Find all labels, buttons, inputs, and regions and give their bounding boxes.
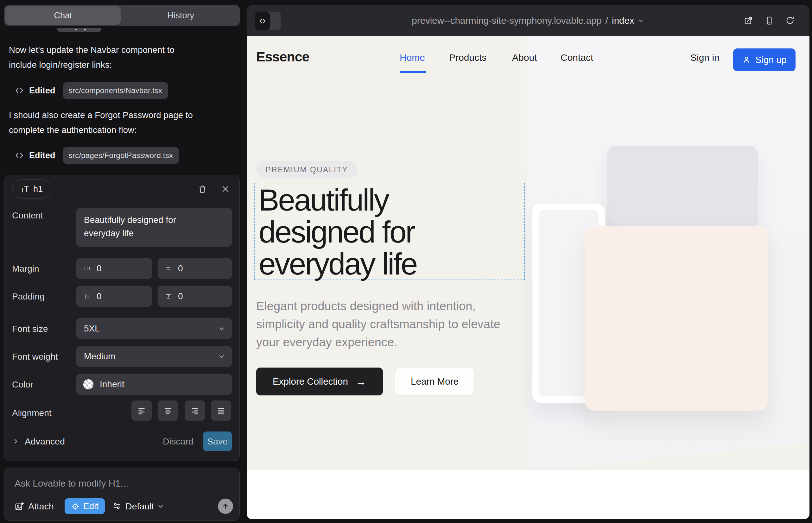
code-icon	[15, 86, 24, 95]
align-right-button[interactable]	[184, 400, 205, 421]
browser-chrome: preview--charming-site-symphony.lovable.…	[247, 5, 810, 36]
attach-button[interactable]: Attach	[15, 501, 54, 511]
align-justify-icon	[217, 407, 225, 415]
font-weight-label: Font weight	[12, 352, 58, 362]
content-value: Beautifully designed for everyday life	[76, 208, 197, 240]
alignment-label: Alignment	[12, 408, 52, 418]
url-domain: preview--charming-site-symphony.lovable.…	[412, 15, 602, 26]
decor-card-cream	[585, 227, 768, 411]
margin-y-input[interactable]: 0	[158, 258, 232, 279]
chevron-down-icon	[157, 503, 164, 510]
site-logo[interactable]: Essence	[256, 49, 310, 65]
font-weight-select[interactable]: Medium	[76, 346, 232, 367]
selected-element-chip: TT h1	[12, 180, 51, 198]
discard-button[interactable]: Discard	[163, 432, 194, 451]
file-chip[interactable]: src/pages/ForgotPassword.tsx	[63, 147, 179, 164]
assistant-message: Now let's update the Navbar component to…	[9, 42, 199, 72]
content-label: Content	[12, 211, 43, 221]
sliders-icon	[112, 502, 121, 511]
nav-about[interactable]: About	[512, 52, 537, 63]
h1-selection-outline[interactable]: Beautifully designed for everyday life	[254, 183, 525, 280]
nav-contact[interactable]: Contact	[561, 52, 593, 63]
assistant-message: I should also create a Forgot Password p…	[9, 108, 199, 138]
save-button[interactable]: Save	[203, 432, 232, 451]
url-separator: /	[605, 15, 608, 26]
padding-label: Padding	[12, 292, 45, 302]
align-right-icon	[191, 407, 199, 415]
hero-badge: PREMIUM QUALITY	[256, 161, 357, 178]
color-select[interactable]: Inherit	[76, 374, 232, 395]
color-label: Color	[12, 380, 33, 390]
active-nav-underline	[400, 71, 426, 73]
chevron-down-icon	[637, 17, 645, 24]
url-page: index	[612, 15, 634, 26]
chevron-down-icon	[218, 325, 226, 332]
arrow-up-icon	[222, 502, 230, 510]
font-size-label: Font size	[12, 324, 48, 334]
element-editor-panel: TT h1 Content Beautifully designed for e…	[4, 175, 240, 461]
edited-file-row[interactable]: Edited src/components/Navbar.tsx	[9, 82, 168, 99]
type-icon: TT	[21, 184, 29, 194]
align-justify-button[interactable]	[211, 400, 231, 421]
model-mode-dropdown[interactable]: Default	[112, 501, 164, 511]
sign-up-button[interactable]: Sign up	[733, 49, 796, 71]
explore-collection-button[interactable]: Explore Collection →	[256, 367, 383, 395]
advanced-toggle[interactable]: Advanced	[12, 432, 65, 451]
close-editor-button[interactable]	[219, 183, 232, 195]
clipped-message-bubble	[57, 28, 101, 32]
sign-in-link[interactable]: Sign in	[690, 52, 720, 63]
trash-icon	[198, 184, 207, 194]
margin-label: Margin	[12, 264, 39, 274]
align-left-icon	[138, 407, 146, 415]
send-button[interactable]	[218, 499, 233, 514]
nav-home[interactable]: Home	[400, 52, 425, 63]
hero-description: Elegant products designed with intention…	[256, 297, 513, 351]
align-left-button[interactable]	[131, 400, 152, 421]
code-icon	[15, 151, 24, 160]
preview-browser-window: preview--charming-site-symphony.lovable.…	[247, 5, 810, 519]
margin-vertical-icon	[165, 265, 172, 272]
url-bar[interactable]: preview--charming-site-symphony.lovable.…	[247, 5, 810, 36]
element-tag: h1	[33, 184, 43, 194]
edit-mode-button[interactable]: Edit	[65, 498, 105, 514]
edited-label: Edited	[29, 151, 55, 161]
chat-sidebar: Chat History Now let's update the Navbar…	[4, 5, 240, 521]
composer-toolbar: Attach Edit Default	[15, 498, 233, 514]
target-icon	[71, 502, 80, 511]
next-section-background	[247, 470, 810, 519]
edited-label: Edited	[29, 86, 55, 96]
padding-vertical-icon	[165, 292, 172, 300]
chevron-right-icon	[12, 437, 20, 445]
close-icon	[221, 184, 230, 194]
lovable-workspace: Chat History Now let's update the Navbar…	[0, 0, 812, 523]
font-size-select[interactable]: 5XL	[76, 318, 232, 339]
padding-y-input[interactable]: 0	[158, 286, 232, 307]
chat-history-tabs: Chat History	[4, 5, 240, 26]
tab-chat[interactable]: Chat	[4, 5, 122, 26]
composer-input[interactable]: Ask Lovable to modify H1...	[15, 478, 128, 489]
refresh-icon	[785, 16, 795, 25]
chevron-down-icon	[218, 353, 226, 360]
open-external-button[interactable]	[744, 16, 753, 25]
mobile-phone-icon	[764, 16, 774, 25]
padding-horizontal-icon	[83, 292, 91, 300]
hero-title: Beautifully designed for everyday life	[259, 184, 417, 280]
delete-element-button[interactable]	[196, 183, 209, 195]
color-swatch-transparent	[83, 379, 93, 390]
learn-more-button[interactable]: Learn More	[395, 367, 474, 395]
content-input[interactable]: Beautifully designed for everyday life	[76, 208, 232, 247]
nav-products[interactable]: Products	[449, 52, 487, 63]
refresh-button[interactable]	[785, 16, 795, 25]
tab-history[interactable]: History	[122, 5, 240, 26]
align-center-button[interactable]	[158, 400, 178, 421]
chrome-actions	[744, 5, 795, 36]
padding-x-input[interactable]: 0	[76, 286, 152, 307]
edited-file-row[interactable]: Edited src/pages/ForgotPassword.tsx	[9, 147, 179, 164]
mobile-view-button[interactable]	[764, 16, 774, 25]
margin-horizontal-icon	[83, 265, 91, 272]
margin-x-input[interactable]: 0	[76, 258, 152, 279]
arrow-right-icon: →	[356, 376, 366, 388]
chat-composer: Ask Lovable to modify H1... Attach Edit …	[4, 468, 240, 521]
external-link-icon	[744, 16, 753, 25]
file-chip[interactable]: src/components/Navbar.tsx	[63, 82, 168, 99]
